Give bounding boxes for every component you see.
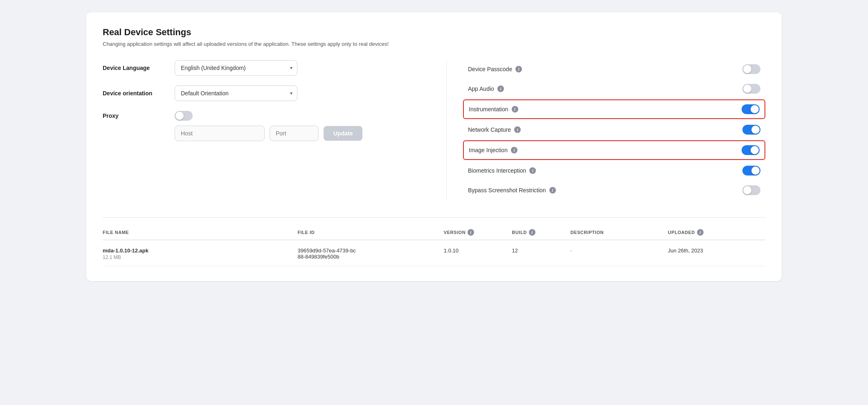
file-id-1: 39659d9d-57ea-4739-bc bbox=[297, 248, 443, 254]
instrumentation-label: Instrumentationi bbox=[469, 106, 518, 112]
instrumentation-toggle[interactable] bbox=[742, 104, 760, 114]
host-input[interactable] bbox=[175, 126, 265, 141]
version: 1.0.10 bbox=[444, 248, 512, 260]
table-header: FILE NAMEFILE IDVERSIONiBUILDiDESCRIPTIO… bbox=[103, 226, 765, 240]
bypass-screenshot-toggle[interactable] bbox=[742, 185, 760, 195]
device-orientation-row: Device orientation Default Orientation P… bbox=[103, 86, 414, 101]
left-column: Device Language English (United Kingdom)… bbox=[103, 60, 422, 201]
app-audio-info-icon[interactable]: i bbox=[497, 86, 504, 92]
toggle-row-image-injection: Image Injectioni bbox=[463, 140, 765, 160]
device-passcode-label: Device Passcodei bbox=[468, 66, 522, 72]
header-uploaded: UPLOADEDi bbox=[668, 229, 765, 236]
network-capture-info-icon[interactable]: i bbox=[514, 126, 521, 133]
file-name: mda-1.0.10-12.apk bbox=[103, 248, 297, 254]
file-size: 12.1 MB bbox=[103, 254, 297, 260]
header-uploaded-info-icon[interactable]: i bbox=[697, 229, 704, 236]
page-subtitle: Changing application settings will affec… bbox=[103, 41, 765, 47]
device-language-row: Device Language English (United Kingdom)… bbox=[103, 60, 414, 76]
toggle-row-app-audio: App Audioi bbox=[463, 80, 765, 98]
bypass-screenshot-info-icon[interactable]: i bbox=[549, 187, 556, 194]
header-description: DESCRIPTION bbox=[571, 229, 668, 236]
description: - bbox=[571, 248, 668, 260]
device-orientation-label: Device orientation bbox=[103, 90, 168, 97]
toggle-row-device-passcode: Device Passcodei bbox=[463, 60, 765, 78]
table-section: FILE NAMEFILE IDVERSIONiBUILDiDESCRIPTIO… bbox=[103, 226, 765, 266]
app-audio-label: App Audioi bbox=[468, 86, 504, 92]
image-injection-info-icon[interactable]: i bbox=[511, 147, 517, 153]
device-language-select[interactable]: English (United Kingdom) English (United… bbox=[175, 60, 297, 76]
network-capture-label: Network Capturei bbox=[468, 126, 521, 133]
header-build-info-icon[interactable]: i bbox=[529, 229, 535, 236]
biometrics-interception-toggle[interactable] bbox=[742, 166, 760, 176]
toggle-row-network-capture: Network Capturei bbox=[463, 121, 765, 139]
header-file-name: FILE NAME bbox=[103, 229, 297, 236]
instrumentation-info-icon[interactable]: i bbox=[512, 106, 518, 112]
header-version-info-icon[interactable]: i bbox=[468, 229, 474, 236]
header-version: VERSIONi bbox=[444, 229, 512, 236]
header-build: BUILDi bbox=[512, 229, 571, 236]
device-language-select-wrapper: English (United Kingdom) English (United… bbox=[175, 60, 297, 76]
page-title: Real Device Settings bbox=[103, 27, 765, 38]
device-orientation-select-wrapper: Default Orientation Portrait Landscape ▾ bbox=[175, 86, 297, 101]
right-column: Device PasscodeiApp AudioiInstrumentatio… bbox=[446, 60, 765, 201]
biometrics-interception-label: Biometrics Interceptioni bbox=[468, 167, 536, 174]
uploaded-date: Jun 26th, 2023 bbox=[668, 248, 765, 260]
proxy-section: Proxy Update bbox=[103, 111, 414, 141]
image-injection-label: Image Injectioni bbox=[469, 147, 517, 153]
toggle-row-bypass-screenshot: Bypass Screenshot Restrictioni bbox=[463, 181, 765, 199]
bypass-screenshot-label: Bypass Screenshot Restrictioni bbox=[468, 187, 556, 194]
file-id-2: 88-849839fe500b bbox=[297, 254, 443, 260]
settings-card: Real Device Settings Changing applicatio… bbox=[86, 12, 782, 281]
device-language-label: Device Language bbox=[103, 65, 168, 71]
section-divider bbox=[103, 217, 765, 218]
toggle-row-instrumentation: Instrumentationi bbox=[463, 99, 765, 119]
device-passcode-info-icon[interactable]: i bbox=[515, 66, 522, 72]
header-file-id: FILE ID bbox=[297, 229, 443, 236]
proxy-inputs-row: Update bbox=[103, 126, 414, 141]
proxy-label-row: Proxy bbox=[103, 111, 414, 121]
settings-grid: Device Language English (United Kingdom)… bbox=[103, 60, 765, 201]
proxy-toggle[interactable] bbox=[175, 111, 193, 121]
app-audio-toggle[interactable] bbox=[742, 84, 760, 94]
device-passcode-toggle[interactable] bbox=[742, 64, 760, 74]
proxy-label: Proxy bbox=[103, 112, 168, 119]
build: 12 bbox=[512, 248, 571, 260]
network-capture-toggle[interactable] bbox=[742, 125, 760, 135]
biometrics-interception-info-icon[interactable]: i bbox=[529, 167, 536, 174]
device-orientation-select[interactable]: Default Orientation Portrait Landscape bbox=[175, 86, 297, 101]
table-body: mda-1.0.10-12.apk12.1 MB39659d9d-57ea-47… bbox=[103, 242, 765, 266]
image-injection-toggle[interactable] bbox=[742, 145, 760, 155]
update-button[interactable]: Update bbox=[324, 126, 362, 141]
port-input[interactable] bbox=[270, 126, 319, 141]
table-row: mda-1.0.10-12.apk12.1 MB39659d9d-57ea-47… bbox=[103, 242, 765, 266]
toggle-row-biometrics-interception: Biometrics Interceptioni bbox=[463, 162, 765, 180]
